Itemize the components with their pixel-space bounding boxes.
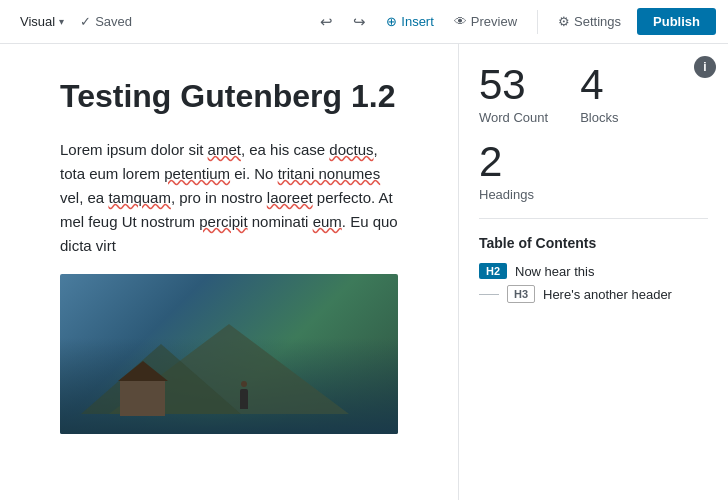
toc-text-h3: Here's another header — [543, 287, 672, 302]
cabin-shape — [120, 381, 165, 416]
post-image — [60, 274, 398, 434]
saved-status: ✓ Saved — [80, 14, 132, 29]
view-switcher[interactable]: Visual ▾ — [12, 10, 72, 33]
blocks-stat: 4 Blocks — [580, 64, 618, 125]
spell-check-word: tritani nonumes — [278, 165, 381, 182]
gear-icon: ⚙ — [558, 14, 570, 29]
spell-check-word: doctus — [329, 141, 373, 158]
toc-item-h3[interactable]: H3 Here's another header — [479, 285, 708, 303]
chevron-down-icon: ▾ — [59, 16, 64, 27]
publish-label: Publish — [653, 14, 700, 29]
headings-stat: 2 Headings — [479, 141, 534, 202]
spell-check-word: laoreet — [267, 189, 313, 206]
settings-label: Settings — [574, 14, 621, 29]
toc-item-h2[interactable]: H2 Now hear this — [479, 263, 708, 279]
main-content: Testing Gutenberg 1.2 Lorem ipsum dolor … — [0, 44, 728, 500]
toc-items: H2 Now hear this H3 Here's another heade… — [479, 263, 708, 303]
settings-button[interactable]: ⚙ Settings — [550, 8, 629, 35]
post-title: Testing Gutenberg 1.2 — [60, 76, 398, 118]
undo-icon: ↩ — [320, 13, 333, 31]
view-switcher-label: Visual — [20, 14, 55, 29]
spell-check-word: amet — [208, 141, 241, 158]
word-count-number: 53 — [479, 64, 548, 106]
spell-check-word: percipit — [199, 213, 247, 230]
spell-check-word: petentium — [164, 165, 230, 182]
preview-button[interactable]: 👁 Preview — [446, 8, 525, 35]
toc-tag-h3: H3 — [507, 285, 535, 303]
insert-label: Insert — [401, 14, 434, 29]
stats-row-2: 2 Headings — [479, 141, 708, 202]
redo-icon: ↪ — [353, 13, 366, 31]
redo-button[interactable]: ↪ — [345, 7, 374, 37]
info-icon: i — [694, 56, 716, 78]
saved-label: Saved — [95, 14, 132, 29]
post-paragraph: Lorem ipsum dolor sit amet, ea his case … — [60, 138, 398, 258]
check-icon: ✓ — [80, 14, 91, 29]
preview-label: Preview — [471, 14, 517, 29]
editor-area[interactable]: Testing Gutenberg 1.2 Lorem ipsum dolor … — [0, 44, 458, 500]
blocks-number: 4 — [580, 64, 618, 106]
toc-title: Table of Contents — [479, 235, 708, 251]
headings-label: Headings — [479, 187, 534, 202]
toolbar-right: ⚙ Settings Publish — [550, 8, 716, 35]
stats-row-1: 53 Word Count 4 Blocks — [479, 64, 708, 125]
spell-check-word: tamquam — [108, 189, 171, 206]
toc-indent-line — [479, 294, 499, 295]
person-shape — [240, 389, 248, 409]
toolbar-divider — [537, 10, 538, 34]
blocks-label: Blocks — [580, 110, 618, 125]
undo-button[interactable]: ↩ — [312, 7, 341, 37]
toolbar-center: ↩ ↪ ⊕ Insert 👁 Preview — [312, 7, 525, 37]
toolbar-left: Visual ▾ ✓ Saved — [12, 10, 304, 33]
toolbar: Visual ▾ ✓ Saved ↩ ↪ ⊕ Insert 👁 Preview … — [0, 0, 728, 44]
post-body[interactable]: Lorem ipsum dolor sit amet, ea his case … — [60, 138, 398, 258]
spell-check-word: eum — [313, 213, 342, 230]
headings-number: 2 — [479, 141, 534, 183]
stat-divider — [479, 218, 708, 219]
word-count-label: Word Count — [479, 110, 548, 125]
cabin-roof — [118, 361, 168, 381]
eye-icon: 👁 — [454, 14, 467, 29]
toc-text-h2: Now hear this — [515, 264, 594, 279]
word-count-stat: 53 Word Count — [479, 64, 548, 125]
plus-icon: ⊕ — [386, 14, 397, 29]
toc-tag-h2: H2 — [479, 263, 507, 279]
info-panel: i 53 Word Count 4 Blocks 2 Headings Tabl… — [458, 44, 728, 500]
insert-button[interactable]: ⊕ Insert — [378, 8, 442, 35]
publish-button[interactable]: Publish — [637, 8, 716, 35]
cabin-body — [120, 381, 165, 416]
